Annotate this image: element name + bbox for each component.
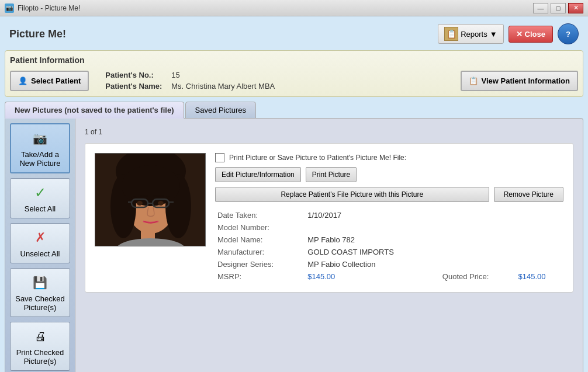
save-checked-button[interactable]: 💾 Save Checked Picture(s): [10, 268, 70, 317]
select-patient-label: Select Patient: [31, 77, 81, 85]
toolbar: Picture Me! 📋 Reports ▼ ✕ Close ?: [5, 21, 583, 47]
reports-dropdown-icon: ▼: [490, 30, 497, 39]
print-picture-button[interactable]: Print Picture: [306, 167, 357, 182]
close-button[interactable]: ✕ Close: [509, 26, 553, 43]
quoted-price-label: Quoted Price:: [440, 270, 516, 283]
patient-info-row: 👤 Select Patient Patient's No.: 15 Patie…: [10, 69, 578, 92]
close-label: Close: [525, 30, 545, 39]
patient-info-section: Patient Information 👤 Select Patient Pat…: [5, 50, 583, 97]
view-patient-label: View Patient Information: [482, 77, 570, 85]
pagination: 1 of 1: [85, 128, 573, 136]
print-icon: 🖨: [31, 327, 50, 346]
print-checked-button[interactable]: 🖨 Print Checked Picture(s): [10, 322, 70, 371]
picture-frame: [95, 153, 206, 246]
main-window: Picture Me! 📋 Reports ▼ ✕ Close ? Patien…: [0, 16, 588, 372]
left-sidebar: 📷 Take/Add a New Picture ✓ Select All ✗ …: [5, 119, 75, 372]
portrait-image: [95, 154, 206, 246]
window-close-button[interactable]: ✕: [568, 3, 583, 13]
print-checked-label: Print Checked Picture(s): [13, 348, 67, 366]
picture-card: Print Picture or Save Picture to Patient…: [85, 143, 573, 293]
select-all-label: Select All: [25, 204, 56, 213]
svg-point-14: [158, 201, 164, 206]
title-bar-text: Filopto - Picture Me!: [18, 4, 80, 12]
check-all-icon: ✓: [31, 183, 50, 202]
patient-name-label: Patient's Name:: [101, 81, 167, 92]
edit-picture-button[interactable]: Edit Picture/Information: [215, 167, 301, 182]
picture-card-top: Print Picture or Save Picture to Patient…: [95, 153, 563, 283]
tabs-container: New Pictures (not saved to the patient's…: [5, 102, 583, 119]
print-save-label: Print Picture or Save Picture to Patient…: [229, 154, 563, 162]
save-icon: 💾: [31, 273, 50, 292]
help-button[interactable]: ?: [558, 23, 579, 44]
picture-actions-top: Print Picture or Save Picture to Patient…: [215, 153, 563, 162]
model-number-value: [305, 221, 440, 234]
minimize-button[interactable]: —: [533, 3, 548, 13]
reports-label: Reports: [461, 30, 487, 39]
right-content: 1 of 1: [75, 119, 583, 372]
tab-new-pictures[interactable]: New Pictures (not saved to the patient's…: [5, 102, 184, 119]
msrp-value: $145.00: [305, 270, 440, 283]
info-table: Date Taken: 1/10/2017 Model Number: Mode…: [215, 209, 563, 283]
view-patient-button[interactable]: 📋 View Patient Information: [461, 71, 578, 91]
unselect-all-button[interactable]: ✗ Unselect All: [10, 223, 70, 263]
app-icon: 📷: [5, 4, 14, 13]
quoted-price-value: $145.00: [516, 270, 563, 283]
select-patient-icon: 👤: [18, 77, 27, 85]
help-icon: ?: [566, 30, 570, 39]
take-add-label: Take/Add a New Picture: [13, 150, 67, 168]
title-bar: 📷 Filopto - Picture Me! — □ ✕: [0, 0, 588, 16]
patient-no-value: 15: [167, 69, 279, 81]
date-taken-value: 1/10/2017: [305, 209, 440, 221]
patient-details: Patient's No.: 15 Patient's Name: Ms. Ch…: [89, 69, 460, 92]
uncheck-all-icon: ✗: [31, 228, 50, 247]
unselect-all-label: Unselect All: [20, 249, 60, 258]
tab-saved-pictures[interactable]: Saved Pictures: [185, 102, 256, 119]
designer-series-label: Designer Series:: [215, 258, 305, 270]
manufacturer-label: Manufacturer:: [215, 246, 305, 258]
patient-no-label: Patient's No.:: [101, 69, 167, 81]
svg-point-13: [137, 201, 143, 206]
app-title: Picture Me!: [9, 28, 66, 40]
model-name-value: MP Fabio 782: [305, 234, 440, 246]
action-btns-row2: Replace Patient's File Picture with this…: [215, 187, 563, 202]
take-add-picture-button[interactable]: 📷 Take/Add a New Picture: [10, 123, 70, 173]
date-taken-label: Date Taken:: [215, 209, 305, 221]
svg-point-5: [122, 165, 180, 206]
tab-new-pictures-label: New Pictures (not saved to the patient's…: [15, 106, 174, 114]
msrp-label: MSRP:: [215, 270, 305, 283]
content-area: 📷 Take/Add a New Picture ✓ Select All ✗ …: [5, 118, 583, 372]
print-save-checkbox[interactable]: [215, 153, 224, 162]
action-btns-row: Edit Picture/Information Print Picture: [215, 167, 563, 182]
reports-button[interactable]: 📋 Reports ▼: [438, 24, 503, 44]
remove-picture-button[interactable]: Remove Picture: [494, 187, 563, 202]
patient-info-title: Patient Information: [10, 55, 578, 65]
reports-icon: 📋: [444, 27, 458, 41]
model-name-label: Model Name:: [215, 234, 305, 246]
picture-right: Print Picture or Save Picture to Patient…: [215, 153, 563, 283]
designer-series-value: MP Fabio Collection: [305, 258, 440, 270]
close-x-icon: ✕: [516, 30, 523, 39]
view-patient-icon: 📋: [469, 77, 478, 85]
patient-name-value: Ms. Christina Mary Albert MBA: [167, 81, 279, 92]
replace-picture-button[interactable]: Replace Patient's File Picture with this…: [215, 187, 489, 202]
tab-saved-pictures-label: Saved Pictures: [195, 106, 246, 114]
maximize-button[interactable]: □: [551, 3, 566, 13]
select-all-button[interactable]: ✓ Select All: [10, 178, 70, 218]
select-patient-button[interactable]: 👤 Select Patient: [10, 71, 89, 91]
save-checked-label: Save Checked Picture(s): [13, 294, 67, 312]
camera-icon: 📷: [31, 129, 50, 148]
model-number-label: Model Number:: [215, 221, 305, 234]
manufacturer-value: GOLD COAST IMPORTS: [305, 246, 440, 258]
